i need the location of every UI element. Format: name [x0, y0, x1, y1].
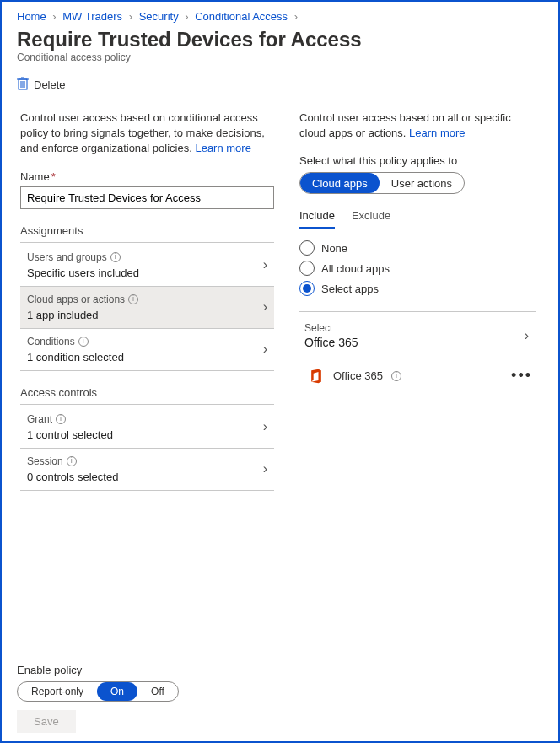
enable-policy-label: Enable policy — [17, 664, 543, 676]
select-apps-picker[interactable]: Select Office 365 › — [299, 315, 536, 358]
enable-policy-toggle: Report-only On Off — [17, 681, 179, 702]
learn-more-link[interactable]: Learn more — [195, 142, 250, 154]
info-icon[interactable]: i — [78, 337, 89, 347]
select-value: Office 365 — [304, 336, 358, 349]
required-indicator: * — [51, 170, 56, 183]
radio-select-apps[interactable]: Select apps — [299, 281, 536, 296]
chevron-right-icon: › — [291, 10, 301, 23]
radio-none[interactable]: None — [299, 240, 536, 256]
radio-label: Select apps — [321, 283, 379, 295]
breadcrumb-conditional-access[interactable]: Conditional Access — [195, 10, 288, 23]
breadcrumb-mw-traders[interactable]: MW Traders — [62, 10, 122, 23]
delete-label: Delete — [34, 78, 66, 91]
right-intro-text: Control user access based on all or spec… — [299, 111, 511, 139]
access-grant[interactable]: Granti 1 control selected › — [20, 406, 274, 449]
chevron-right-icon: › — [263, 342, 271, 357]
chevron-right-icon: › — [263, 257, 271, 272]
info-icon[interactable]: i — [391, 371, 401, 381]
breadcrumb-home[interactable]: Home — [17, 10, 46, 23]
radio-all-cloud-apps[interactable]: All cloud apps — [299, 261, 536, 276]
segment-cloud-apps[interactable]: Cloud apps — [300, 173, 380, 193]
chevron-right-icon: › — [525, 328, 532, 343]
selected-app-row: Office 365 i ••• — [299, 358, 536, 393]
radio-icon — [299, 261, 315, 276]
assignment-cloud-apps[interactable]: Cloud apps or actionsi 1 app included › — [20, 287, 274, 329]
access-session[interactable]: Sessioni 0 controls selected › — [20, 449, 274, 491]
radio-icon — [299, 281, 315, 296]
row-value: 1 condition selected — [27, 351, 124, 363]
radio-label: All cloud apps — [321, 262, 390, 275]
applies-to-label: Select what this policy applies to — [299, 154, 536, 167]
name-label: Name — [20, 170, 50, 183]
chevron-right-icon: › — [181, 10, 191, 23]
assignment-conditions[interactable]: Conditionsi 1 condition selected › — [20, 329, 274, 371]
access-controls-label: Access controls — [20, 386, 274, 405]
delete-button[interactable]: Delete — [17, 77, 66, 93]
row-value: Specific users included — [27, 267, 139, 279]
row-title: Users and groups — [27, 251, 107, 263]
info-icon[interactable]: i — [67, 456, 77, 466]
tab-include[interactable]: Include — [299, 209, 335, 229]
info-icon[interactable]: i — [128, 294, 138, 304]
row-title: Cloud apps or actions — [27, 293, 125, 305]
include-exclude-tabs: Include Exclude — [299, 209, 536, 229]
page-subtitle: Conditional access policy — [17, 51, 543, 63]
left-intro: Control user access based on conditional… — [20, 110, 274, 157]
assignment-users-and-groups[interactable]: Users and groupsi Specific users include… — [20, 245, 274, 287]
radio-label: None — [321, 242, 347, 255]
include-radios: None All cloud apps Select apps — [299, 240, 536, 312]
chevron-right-icon: › — [263, 419, 271, 434]
toolbar: Delete — [17, 73, 543, 100]
radio-icon — [299, 240, 315, 256]
toggle-report-only[interactable]: Report-only — [18, 682, 97, 701]
chevron-right-icon: › — [49, 10, 59, 23]
row-value: 0 controls selected — [27, 471, 118, 483]
assignments-label: Assignments — [20, 224, 274, 243]
name-input[interactable] — [20, 186, 274, 209]
chevron-right-icon: › — [263, 461, 271, 476]
right-intro: Control user access based on all or spec… — [299, 110, 536, 141]
app-name: Office 365 — [333, 369, 383, 382]
page-title: Require Trusted Devices for Access — [17, 28, 543, 51]
row-title: Session — [27, 455, 63, 467]
learn-more-link[interactable]: Learn more — [409, 127, 465, 139]
more-button[interactable]: ••• — [511, 367, 532, 385]
chevron-right-icon: › — [126, 10, 136, 23]
info-icon[interactable]: i — [110, 252, 121, 262]
info-icon[interactable]: i — [56, 414, 66, 424]
office365-icon — [308, 368, 325, 385]
row-title: Grant — [27, 413, 52, 425]
toggle-on[interactable]: On — [97, 682, 137, 701]
row-title: Conditions — [27, 336, 75, 347]
breadcrumb: Home › MW Traders › Security › Condition… — [17, 10, 543, 23]
applies-to-segmented: Cloud apps User actions — [299, 172, 465, 194]
select-title: Select — [304, 322, 358, 334]
trash-icon — [17, 77, 29, 93]
chevron-right-icon: › — [263, 299, 271, 315]
row-value: 1 control selected — [27, 428, 113, 441]
save-button[interactable]: Save — [17, 710, 76, 733]
row-value: 1 app included — [27, 309, 138, 321]
tab-exclude[interactable]: Exclude — [352, 209, 390, 229]
breadcrumb-security[interactable]: Security — [139, 10, 179, 23]
toggle-off[interactable]: Off — [137, 682, 178, 701]
segment-user-actions[interactable]: User actions — [380, 173, 464, 193]
